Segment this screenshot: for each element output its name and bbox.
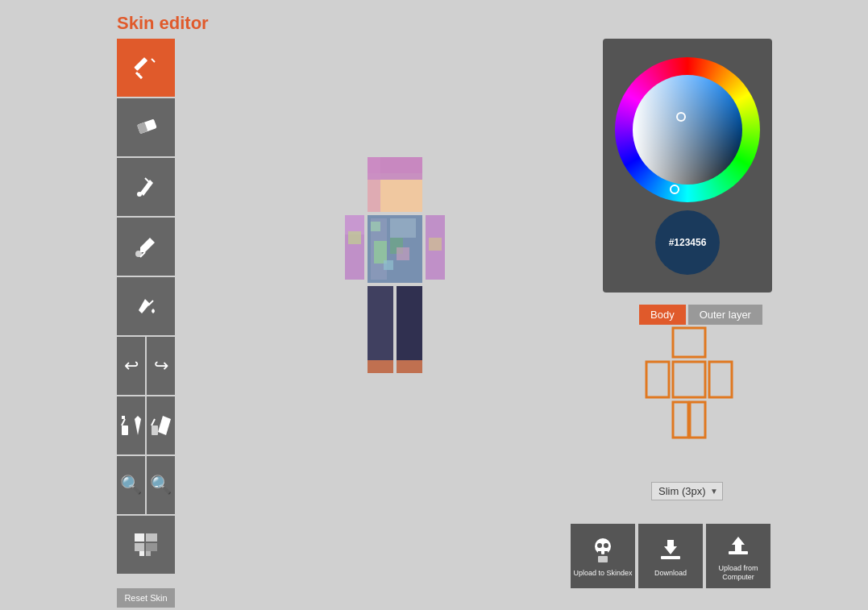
svg-rect-41 — [371, 222, 380, 231]
redo-button[interactable]: ↪ — [147, 337, 175, 395]
zoom-out-button[interactable]: 🔍- — [147, 456, 175, 514]
skin-map[interactable] — [645, 326, 733, 471]
svg-line-7 — [145, 178, 150, 183]
upload-to-skindex-button[interactable]: Upload to Skindex — [571, 524, 635, 588]
svg-point-6 — [137, 192, 142, 197]
body-tab[interactable]: Body — [639, 305, 686, 325]
zoom-in-button[interactable]: 🔍 — [117, 456, 145, 514]
upload-from-computer-button[interactable]: Upload from Computer — [706, 524, 770, 588]
svg-rect-40 — [397, 360, 422, 373]
fill-bucket-tool[interactable] — [117, 277, 175, 335]
svg-line-14 — [152, 419, 155, 425]
svg-marker-59 — [664, 540, 677, 554]
svg-rect-18 — [146, 543, 157, 551]
svg-rect-43 — [384, 260, 393, 270]
svg-rect-31 — [390, 218, 416, 238]
color-wheel-inner[interactable] — [633, 75, 742, 185]
slim-select[interactable]: Slim (3px) Normal — [651, 482, 723, 500]
download-label: Download — [654, 569, 687, 577]
svg-point-53 — [597, 543, 602, 548]
svg-rect-15 — [135, 533, 144, 542]
svg-rect-33 — [374, 241, 387, 264]
upload-skindex-icon — [588, 535, 617, 566]
svg-rect-45 — [429, 238, 442, 251]
color-picker-panel: #123456 — [603, 39, 772, 293]
svg-line-12 — [122, 419, 125, 425]
svg-marker-61 — [732, 537, 745, 551]
color-wheel-inner-cursor — [676, 112, 686, 122]
pencil-tool[interactable] — [117, 39, 175, 97]
layer-tabs: Body Outer layer — [639, 305, 762, 325]
outer-layer-tab[interactable]: Outer layer — [688, 305, 762, 325]
upload-skindex-label: Upload to Skindex — [573, 569, 632, 578]
svg-rect-47 — [673, 362, 705, 397]
skin-map-svg — [645, 326, 733, 471]
color-hex-display[interactable]: #123456 — [655, 210, 720, 275]
download-icon — [656, 535, 685, 566]
svg-rect-56 — [604, 551, 608, 554]
svg-rect-46 — [673, 328, 705, 357]
svg-rect-17 — [135, 543, 144, 551]
svg-rect-50 — [673, 402, 688, 438]
noise-button[interactable] — [117, 396, 145, 454]
svg-rect-20 — [146, 551, 151, 556]
svg-rect-10 — [122, 425, 128, 435]
svg-rect-48 — [646, 362, 669, 397]
page-title: Skin editor — [117, 13, 209, 34]
svg-rect-38 — [397, 286, 422, 367]
svg-rect-2 — [135, 72, 143, 79]
svg-rect-13 — [152, 425, 158, 435]
svg-point-54 — [604, 543, 608, 548]
upload-computer-label: Upload from Computer — [706, 564, 770, 582]
svg-rect-39 — [368, 360, 393, 373]
svg-rect-0 — [134, 57, 147, 71]
reset-skin-button[interactable]: Reset Skin — [117, 588, 175, 608]
svg-rect-37 — [368, 286, 393, 367]
svg-line-3 — [152, 59, 155, 62]
svg-rect-49 — [709, 362, 732, 397]
color-wheel[interactable] — [615, 57, 760, 202]
slim-dropdown-container: Slim (3px) Normal ▼ — [651, 482, 723, 500]
svg-rect-44 — [348, 231, 361, 244]
svg-rect-42 — [397, 247, 409, 260]
svg-rect-57 — [598, 556, 608, 562]
action-buttons: Upload to Skindex Download Upload from C… — [571, 524, 770, 588]
upload-computer-icon — [724, 530, 753, 561]
svg-rect-55 — [598, 551, 601, 554]
svg-rect-51 — [690, 402, 705, 438]
svg-point-52 — [595, 538, 611, 554]
svg-rect-19 — [139, 551, 144, 556]
grid-button[interactable] — [117, 516, 175, 574]
toolbar: ↩ ↪ 🔍 🔍- — [117, 39, 178, 574]
fill-eyedropper-tool[interactable] — [117, 158, 175, 216]
eyedropper-tool[interactable] — [117, 218, 175, 276]
character-sprite — [338, 157, 451, 471]
eraser-tool[interactable] — [117, 98, 175, 156]
canvas-area — [234, 121, 556, 508]
svg-rect-28 — [368, 157, 380, 212]
svg-rect-58 — [661, 556, 680, 559]
noise2-button[interactable] — [147, 396, 175, 454]
undo-button[interactable]: ↩ — [117, 337, 145, 395]
download-button[interactable]: Download — [638, 524, 703, 588]
svg-rect-11 — [122, 416, 125, 419]
color-wheel-hue-cursor — [670, 185, 679, 194]
svg-rect-16 — [146, 533, 157, 542]
svg-rect-60 — [729, 551, 748, 554]
